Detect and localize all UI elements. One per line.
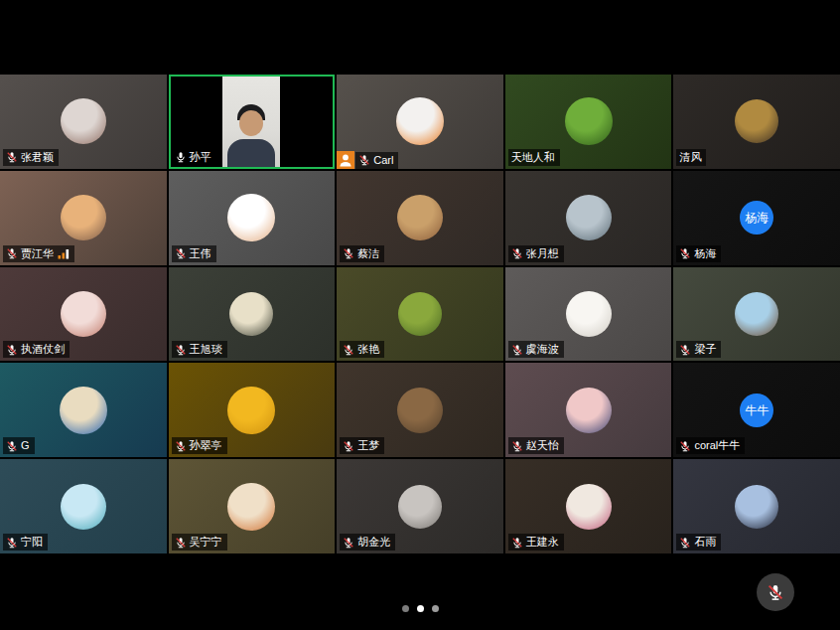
participant-label-row: 王伟 <box>169 245 216 265</box>
name-label: 梁子 <box>676 341 721 358</box>
video-tile[interactable]: 清风 <box>673 75 840 169</box>
participant-label-row: 胡金光 <box>337 534 395 553</box>
video-tile[interactable]: 石雨 <box>673 459 840 553</box>
video-tile[interactable]: G <box>0 363 167 457</box>
page-dot[interactable] <box>402 605 409 612</box>
mic-muted-icon <box>511 440 523 452</box>
participant-name: 杨海 <box>694 246 716 261</box>
mic-muted-icon <box>6 344 18 356</box>
participant-label-row: 王建永 <box>505 534 564 553</box>
mic-muted-icon <box>6 151 18 163</box>
mic-muted-icon <box>358 154 370 166</box>
name-label: 赵天怡 <box>508 437 564 454</box>
video-tile[interactable]: 蔡洁 <box>337 171 503 265</box>
name-label: Carl <box>355 152 398 169</box>
participant-name: 王建永 <box>526 535 559 550</box>
mic-muted-icon <box>175 247 187 259</box>
video-tile[interactable]: 孙翠亭 <box>169 363 336 457</box>
participant-name: 赵天怡 <box>526 438 559 453</box>
video-tile[interactable]: 张月想 <box>505 171 672 265</box>
video-tile[interactable]: 孙平 <box>169 75 336 169</box>
participant-label-row: 宁阳 <box>0 534 48 553</box>
video-tile[interactable]: 牛牛 coral牛牛 <box>673 363 840 457</box>
video-tile[interactable]: 王建永 <box>505 459 672 553</box>
video-tile[interactable]: 贾江华 <box>0 171 167 265</box>
participant-label-row: 张艳 <box>337 341 384 361</box>
mic-muted-icon <box>343 247 354 259</box>
name-label: 胡金光 <box>340 534 395 551</box>
participant-name: 胡金光 <box>357 535 390 550</box>
video-tile[interactable]: Carl <box>337 75 503 169</box>
mic-muted-icon <box>6 440 18 452</box>
participant-label-row: Carl <box>337 151 398 169</box>
participant-label-row: 孙翠亭 <box>169 437 227 457</box>
video-tile[interactable]: 胡金光 <box>337 459 503 553</box>
participant-name: 天地人和 <box>511 150 555 165</box>
video-tile[interactable]: 赵天怡 <box>505 363 672 457</box>
avatar <box>735 292 778 336</box>
page-dot-active[interactable] <box>417 605 424 612</box>
name-label: 王旭琰 <box>172 341 227 358</box>
avatar <box>735 485 778 529</box>
video-tile[interactable]: 杨海 杨海 <box>673 171 840 265</box>
mic-muted-icon <box>6 537 18 549</box>
avatar <box>566 484 612 530</box>
video-feed <box>222 77 280 167</box>
video-tile[interactable]: 宁阳 <box>0 459 167 553</box>
video-tile[interactable]: 王梦 <box>337 363 503 457</box>
mic-muted-icon <box>679 440 691 452</box>
mic-button[interactable] <box>757 573 794 611</box>
name-label: 蔡洁 <box>340 245 384 262</box>
participant-label-row: 张月想 <box>505 245 564 265</box>
participant-label-row: G <box>0 437 35 457</box>
avatar <box>61 98 106 144</box>
participant-name: 王梦 <box>357 438 379 453</box>
mic-muted-icon <box>175 344 187 356</box>
video-grid: 张君颖 孙平 Carl天地人和清风 贾江华 <box>0 75 840 553</box>
name-label: 虞海波 <box>508 341 564 358</box>
participant-label-row: 天地人和 <box>505 149 560 169</box>
notification-dot <box>829 4 834 9</box>
video-tile[interactable]: 天地人和 <box>505 75 672 169</box>
avatar <box>227 483 275 531</box>
mic-muted-icon <box>6 247 18 259</box>
video-tile[interactable]: 王伟 <box>169 171 336 265</box>
video-tile[interactable]: 吴宁宁 <box>169 459 336 553</box>
name-label: 孙平 <box>172 149 216 166</box>
mic-muted-icon <box>679 537 691 549</box>
video-tile[interactable]: 王旭琰 <box>169 267 336 362</box>
participant-name: 执酒仗剑 <box>21 342 65 357</box>
participant-label-row: 清风 <box>673 149 706 169</box>
name-label: 王伟 <box>172 245 216 262</box>
participant-name: 张月想 <box>526 246 559 261</box>
participant-name: G <box>21 438 30 453</box>
avatar <box>398 485 442 529</box>
avatar <box>397 195 443 240</box>
participant-name: 贾江华 <box>21 246 54 261</box>
participant-label-row: 吴宁宁 <box>169 534 227 553</box>
name-label: 清风 <box>676 149 706 166</box>
participant-name: 王伟 <box>190 246 211 261</box>
participant-label-row: 贾江华 <box>0 245 74 265</box>
video-tile[interactable]: 执酒仗剑 <box>0 267 167 362</box>
participant-label-row: 虞海波 <box>505 341 564 361</box>
name-label: 天地人和 <box>508 149 560 166</box>
video-tile[interactable]: 梁子 <box>673 267 840 362</box>
mic-on-icon <box>175 151 187 163</box>
name-label: 王梦 <box>340 437 384 454</box>
pagination[interactable] <box>0 605 840 612</box>
video-tile[interactable]: 虞海波 <box>505 267 672 362</box>
participant-name: 吴宁宁 <box>190 535 222 550</box>
page-dot[interactable] <box>432 605 439 612</box>
avatar <box>61 195 106 240</box>
host-badge-icon <box>337 151 354 169</box>
name-label: 张月想 <box>508 245 564 262</box>
person-head <box>239 110 263 136</box>
avatar <box>227 194 275 241</box>
video-tile[interactable]: 张艳 <box>337 267 503 362</box>
avatar <box>398 292 442 336</box>
mic-muted-icon <box>175 537 187 549</box>
participant-name: 清风 <box>679 150 701 165</box>
video-tile[interactable]: 张君颖 <box>0 75 167 169</box>
participant-label-row: 王梦 <box>337 437 384 457</box>
